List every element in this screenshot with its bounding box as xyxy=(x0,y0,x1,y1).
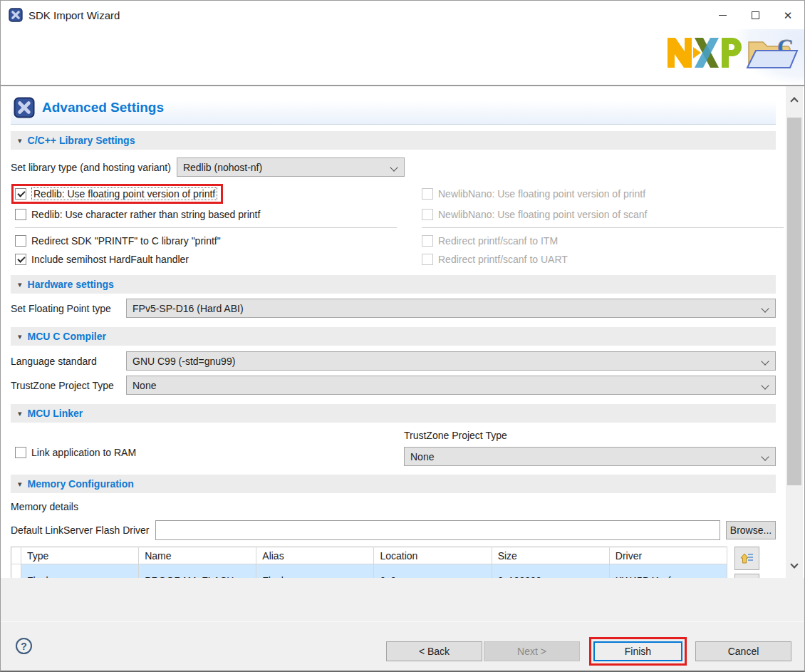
sdk-import-wizard-window: SDK Import Wizard ✕ C xyxy=(0,0,805,672)
library-type-label: Set library type (and hosting variant) xyxy=(11,162,171,173)
column-header-name[interactable]: Name xyxy=(139,547,256,564)
back-button[interactable]: < Back xyxy=(386,641,482,661)
floating-point-label: Set Floating Point type xyxy=(11,303,126,314)
library-checkbox-grid: Redlib: Use floating point version of pr… xyxy=(11,182,776,269)
row-stub-header xyxy=(11,547,21,564)
trustzone-type-label: TrustZone Project Type xyxy=(11,380,126,391)
cell-type: Flash xyxy=(21,564,139,579)
section-title: Hardware settings xyxy=(28,279,114,290)
checkbox-label[interactable]: Redlib: Use floating point version of pr… xyxy=(31,187,217,200)
checkbox-newlibnano-float-scanf xyxy=(422,209,433,220)
maximize-icon xyxy=(752,11,759,19)
page-title: Advanced Settings xyxy=(42,100,164,115)
flash-driver-input[interactable] xyxy=(155,520,720,540)
scroll-down-button[interactable] xyxy=(786,558,803,574)
checkbox-link-to-ram[interactable] xyxy=(15,447,26,458)
checkbox-redirect-itm xyxy=(422,235,433,247)
column-header-type[interactable]: Type xyxy=(21,547,139,564)
scrollbar-thumb[interactable] xyxy=(787,118,801,485)
nxp-logo xyxy=(668,35,742,71)
minimize-icon xyxy=(719,15,727,16)
section-library-settings[interactable]: ▾ C/C++ Library Settings xyxy=(11,131,776,150)
section-title: MCU Linker xyxy=(28,408,83,419)
section-mcu-linker[interactable]: ▾ MCU Linker xyxy=(11,404,776,423)
collapse-triangle-icon: ▾ xyxy=(18,136,22,145)
linker-trustzone-value: None xyxy=(410,451,434,462)
separator xyxy=(422,227,784,228)
checkbox-label: Redirect printf/scanf to ITM xyxy=(438,235,558,247)
library-checkboxes-left: Redlib: Use floating point version of pr… xyxy=(11,182,408,269)
checkbox-label: Redirect printf/scanf to UART xyxy=(438,254,568,265)
checkbox-redirect-sdk-printf[interactable] xyxy=(15,235,26,247)
checkbox-redlib-float-printf[interactable] xyxy=(15,188,26,200)
checkbox-label[interactable]: Redlib: Use character rather than string… xyxy=(31,209,260,220)
logo-row: C xyxy=(1,29,804,85)
section-title: Memory Configuration xyxy=(28,478,134,490)
checkbox-label[interactable]: Link application to RAM xyxy=(31,447,136,458)
memory-table-row-flash[interactable]: Flash PROGRAM_FLASH Flash 0x0 0x100000 K… xyxy=(11,564,727,579)
language-standard-value: GNU C99 (-std=gnu99) xyxy=(133,356,235,367)
column-header-alias[interactable]: Alias xyxy=(256,547,374,564)
floating-point-dropdown[interactable]: FPv5-SP-D16 (Hard ABI) xyxy=(126,299,776,318)
row-stub-cell xyxy=(11,564,21,579)
linker-trustzone-dropdown[interactable]: None xyxy=(404,447,776,466)
footer-separator xyxy=(1,621,804,622)
title-bar: SDK Import Wizard ✕ xyxy=(1,1,804,29)
memory-table-header-row: Type Name Alias Location Size Driver xyxy=(11,547,727,564)
checkbox-redlib-char-printf[interactable] xyxy=(15,209,26,220)
checkbox-redirect-uart xyxy=(422,254,433,265)
scroll-up-button[interactable] xyxy=(786,92,803,108)
highlight-box-finish: Finish xyxy=(589,637,687,666)
checkbox-semihost-hardfault[interactable] xyxy=(15,254,26,265)
close-icon: ✕ xyxy=(784,10,793,21)
minimize-button[interactable] xyxy=(706,1,739,29)
help-button[interactable]: ? xyxy=(16,638,32,654)
cell-size: 0x100000 xyxy=(492,564,609,579)
checkbox-label: NewlibNano: Use floating point version o… xyxy=(438,209,647,220)
library-checkboxes-right: NewlibNano: Use floating point version o… xyxy=(408,182,784,269)
cell-alias: Flash xyxy=(256,564,374,579)
checkbox-label[interactable]: Redirect SDK "PRINTF" to C library "prin… xyxy=(31,235,221,247)
collapse-triangle-icon: ▾ xyxy=(18,480,22,489)
checkbox-label: NewlibNano: Use floating point version o… xyxy=(438,188,645,200)
checkbox-newlibnano-float-printf xyxy=(422,188,433,200)
browse-button[interactable]: Browse... xyxy=(726,521,776,539)
linker-grid: Link application to RAM TrustZone Projec… xyxy=(11,428,776,466)
library-type-value: Redlib (nohost-nf) xyxy=(183,162,262,173)
move-up-button[interactable] xyxy=(734,547,759,570)
memory-details-label: Memory details xyxy=(11,501,776,512)
vertical-scrollbar[interactable] xyxy=(786,86,803,578)
section-mcu-c-compiler[interactable]: ▾ MCU C Compiler xyxy=(11,327,776,346)
highlight-box-redlib-float-printf: Redlib: Use floating point version of pr… xyxy=(11,184,223,204)
floating-point-value: FPv5-SP-D16 (Hard ABI) xyxy=(133,303,244,314)
section-title: C/C++ Library Settings xyxy=(28,135,135,146)
collapse-triangle-icon: ▾ xyxy=(18,409,22,418)
cancel-button[interactable]: Cancel xyxy=(695,641,791,661)
cell-name: PROGRAM_FLASH xyxy=(139,564,256,579)
column-header-driver[interactable]: Driver xyxy=(609,547,727,564)
section-hardware-settings[interactable]: ▾ Hardware settings xyxy=(11,275,776,294)
collapse-triangle-icon: ▾ xyxy=(18,280,22,289)
cell-location: 0x0 xyxy=(374,564,492,579)
column-header-size[interactable]: Size xyxy=(492,547,609,564)
column-header-location[interactable]: Location xyxy=(374,547,492,564)
collapse-triangle-icon: ▾ xyxy=(18,332,22,341)
trustzone-type-dropdown[interactable]: None xyxy=(126,376,776,395)
advanced-settings-header: Advanced Settings xyxy=(11,91,776,125)
memory-table: Type Name Alias Location Size Driver Fla… xyxy=(11,547,727,578)
checkbox-label[interactable]: Include semihost HardFault handler xyxy=(31,254,189,265)
library-type-dropdown[interactable]: Redlib (nohost-nf) xyxy=(177,157,405,177)
flash-driver-label: Default LinkServer Flash Driver xyxy=(11,524,150,536)
section-memory-configuration[interactable]: ▾ Memory Configuration xyxy=(11,475,776,493)
close-button[interactable]: ✕ xyxy=(772,1,804,29)
maximize-button[interactable] xyxy=(739,1,772,29)
language-standard-dropdown[interactable]: GNU C99 (-std=gnu99) xyxy=(126,351,776,371)
window-title: SDK Import Wizard xyxy=(28,9,120,21)
linker-trustzone-label: TrustZone Project Type xyxy=(404,430,776,441)
section-title: MCU C Compiler xyxy=(28,331,106,342)
c-folder-icon: C xyxy=(744,31,801,75)
app-x-icon xyxy=(9,8,23,22)
trustzone-type-value: None xyxy=(133,380,156,391)
separator xyxy=(15,227,397,228)
finish-button[interactable]: Finish xyxy=(593,641,682,661)
